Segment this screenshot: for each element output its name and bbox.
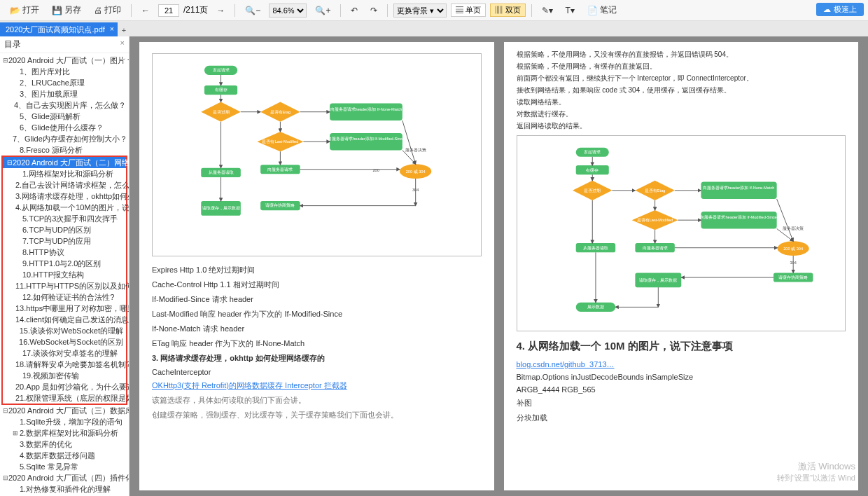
- flowchart-left: 发起请求 有缓存 是否过期 是否有Etag 向服务器请求header添加 If-…: [152, 53, 482, 256]
- outline-item[interactable]: 12.如何验证证书的合法性?: [3, 291, 126, 303]
- outline-section[interactable]: ⊟2020 Android 大厂面试（一）图片 含 答…: [0, 55, 129, 66]
- outline-item[interactable]: 5.TCP的3次握手和四次挥手: [3, 213, 126, 224]
- outline-item[interactable]: 7.TCP与UDP的应用: [3, 235, 126, 247]
- text-line: 根据策略，不使用网络，有缓存的直接返回。: [517, 61, 846, 71]
- close-icon[interactable]: ×: [120, 39, 125, 47]
- outline-item[interactable]: 4.从网络加载一个10M的图片，说下注: [3, 202, 126, 213]
- outline-item[interactable]: 3.网络请求缓存处理，okhttp如何处理: [3, 191, 126, 202]
- hyperlink[interactable]: OKHttp3(支持 Retrofit)的网络数据缓存 Interceptor …: [152, 380, 482, 391]
- undo-button[interactable]: ↶: [346, 4, 362, 17]
- svg-rect-53: [701, 212, 776, 228]
- add-tab-button[interactable]: +: [118, 24, 130, 36]
- outline-section[interactable]: ⊟2020 Android 大厂面试（四）插件化、…: [0, 472, 129, 483]
- text-line: 读取网络结果。: [517, 97, 846, 107]
- svg-text:从服务器读取: 从服务器读取: [582, 246, 608, 250]
- page-input[interactable]: [158, 4, 179, 17]
- windows-watermark: 激活 Windows 转到“设置”以激活 Wind: [777, 460, 855, 483]
- svg-text:有缓存: 有缓存: [215, 88, 227, 92]
- note-button[interactable]: 📄笔记: [583, 3, 621, 18]
- next-page-button[interactable]: →: [212, 4, 229, 17]
- text-line: 补图: [517, 398, 846, 408]
- outline-item[interactable]: 3.数据库的优化: [0, 439, 129, 450]
- cloud-badge[interactable]: ☁极速上: [816, 3, 864, 16]
- zoom-out-button[interactable]: 🔍−: [241, 4, 265, 17]
- outline-item[interactable]: 16.WebSocket与Socket的区别: [3, 336, 126, 347]
- svg-text:请缓存协商策略: 请缓存协商策略: [265, 202, 295, 207]
- outline-item[interactable]: 11.HTTP与HTTPS的区别以及如何实现: [3, 280, 126, 291]
- outline-item[interactable]: 17.谈谈你对安卓签名的理解: [3, 347, 126, 359]
- svg-text:发起请求: 发起请求: [584, 150, 601, 154]
- svg-rect-12: [330, 133, 402, 151]
- zoom-select[interactable]: 84.6%: [269, 4, 307, 18]
- outline-item[interactable]: 5、Glide源码解析: [0, 111, 129, 122]
- single-page-button[interactable]: ▤ 单页: [451, 4, 486, 17]
- pdf-page-right: 根据策略，不使用网络，又没有缓存的直接报错，并返回错误码 504。 根据策略，不…: [504, 42, 859, 490]
- text-line: ARGB_4444 RGB_565: [517, 385, 846, 394]
- text-line: 接收到网络结果，如果响应 code 式 304，使用缓存，返回缓存结果。: [517, 85, 846, 95]
- outline-item[interactable]: 4、自己去实现图片库，怎么做？: [0, 99, 129, 111]
- svg-text:读取缓存，展示数据: 读取缓存，展示数据: [639, 278, 677, 282]
- outline-section[interactable]: ⊟2020 Android 大厂面试（三）数据库 含: [0, 405, 129, 416]
- open-icon: 📂: [10, 6, 20, 15]
- open-button[interactable]: 📂打开: [6, 3, 43, 18]
- svg-text:请缓存协商策略: 请缓存协商策略: [778, 275, 808, 280]
- outline-item[interactable]: 10.HTTP报文结构: [3, 269, 126, 280]
- outline-item[interactable]: 9.HTTP1.0与2.0的区别: [3, 258, 126, 269]
- outline-item[interactable]: 3、图片加载原理: [0, 88, 129, 99]
- highlight-button[interactable]: ✎▾: [538, 4, 557, 17]
- outline-item[interactable]: 15.谈谈你对WebSocket的理解: [3, 325, 126, 336]
- outline-item[interactable]: 8.HTTP协议: [3, 247, 126, 258]
- print-button[interactable]: 🖨打印: [90, 3, 125, 18]
- text-line: 创建缓存策略，强制缓存、对比缓存等，关于缓存策略我们下面也会讲。: [152, 410, 482, 420]
- prev-page-button[interactable]: ←: [137, 4, 154, 17]
- cloud-icon: ☁: [823, 5, 831, 14]
- outline-section-active[interactable]: ⊟2020 Android 大厂面试（二）网络和安…: [3, 157, 126, 168]
- svg-text:向服务器请求header添加
If-None-Match: 向服务器请求header添加 If-None-Match: [330, 107, 402, 111]
- note-icon: 📄: [587, 6, 598, 15]
- outline-item[interactable]: 19.视频加密传输: [3, 370, 126, 381]
- outline-item[interactable]: 18.请解释安卓为啥要加签名机制?: [3, 359, 126, 370]
- outline-item[interactable]: 6.TCP与UDP的区别: [3, 224, 126, 235]
- outline-item[interactable]: 1、图片库对比: [0, 66, 129, 77]
- outline-item[interactable]: 5.Sqlite 常见异常: [0, 461, 129, 472]
- text-line: Bitmap.Options inJustDecodeBounds inSamp…: [517, 373, 846, 381]
- outline-item[interactable]: 8.Fresco 源码分析: [0, 144, 129, 156]
- outline-item[interactable]: 4.数据库数据迁移问题: [0, 450, 129, 461]
- svg-text:从服务器读取: 从服务器读取: [209, 170, 234, 174]
- outline-item[interactable]: 7、Glide内存缓存如何控制大小？: [0, 133, 129, 144]
- outline-item[interactable]: 2、LRUCache原理: [0, 77, 129, 88]
- svg-text:是否过期: 是否过期: [584, 188, 601, 193]
- file-tab[interactable]: 2020大厂面试高频知识点.pdf×: [0, 22, 118, 36]
- text-line: If-Modified-Since 请求 header: [152, 294, 482, 305]
- outline-item[interactable]: 1.对热修复和插件化的理解: [0, 483, 129, 495]
- text-line: If-None-Match 请求 header: [152, 324, 482, 334]
- redo-button[interactable]: ↷: [366, 4, 382, 17]
- text-button[interactable]: T▾: [561, 4, 579, 17]
- outline-item[interactable]: 2.自己去设计网络请求框架，怎么做？: [3, 179, 126, 191]
- outline-item[interactable]: 20.App 是如何沙箱化，为什么要这么: [3, 381, 126, 392]
- svg-text:是否有Etag: 是否有Etag: [270, 110, 291, 114]
- svg-rect-49: [701, 182, 776, 199]
- outline-item[interactable]: 14.client如何确定自己发送的消息被se: [3, 314, 126, 325]
- page-viewer[interactable]: 发起请求 有缓存 是否过期 是否有Etag 向服务器请求header添加 If-…: [130, 36, 868, 496]
- text-line: 分块加载: [517, 413, 846, 423]
- background-select[interactable]: 更换背景 ▾: [393, 4, 447, 18]
- outline-tree[interactable]: ⊟2020 Android 大厂面试（一）图片 含 答… 1、图片库对比2、LR…: [0, 53, 129, 496]
- flowchart-right: 发起请求 有缓存 是否过期 是否有Etag 向服务器请求header添加 If-…: [517, 135, 846, 331]
- outline-item[interactable]: 6、Glide使用什么缓存？: [0, 122, 129, 133]
- double-page-button[interactable]: ▥ 双页: [490, 4, 525, 17]
- outline-item[interactable]: ⊞2.数据库框架对比和源码分析: [0, 427, 129, 439]
- hyperlink[interactable]: blog.csdn.net/github_3713…: [517, 360, 846, 368]
- close-icon[interactable]: ×: [110, 25, 114, 33]
- zoom-in-button[interactable]: 🔍+: [311, 4, 335, 17]
- svg-text:发起请求: 发起请求: [213, 68, 230, 72]
- svg-text:读取缓存，展示数据: 读取缓存，展示数据: [202, 206, 240, 210]
- svg-rect-8: [330, 103, 402, 120]
- outline-item[interactable]: 21.权限管理系统（底层的权限是如何: [3, 392, 126, 404]
- outline-item[interactable]: 1.Sqlite升级，增加字段的语句: [0, 416, 129, 427]
- highlighted-section: ⊟2020 Android 大厂面试（二）网络和安… 1.网络框架对比和源码分析…: [1, 156, 127, 405]
- save-button[interactable]: 💾另存: [48, 3, 85, 18]
- save-icon: 💾: [52, 6, 62, 15]
- outline-item[interactable]: 1.网络框架对比和源码分析: [3, 168, 126, 179]
- outline-item[interactable]: 13.https中哪里用了对称加密，哪里用: [3, 303, 126, 314]
